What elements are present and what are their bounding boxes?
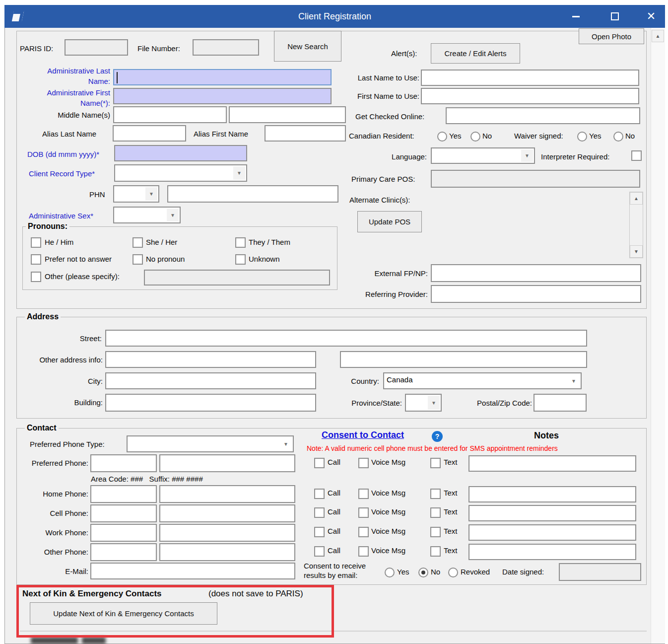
home-phone-number-input[interactable] [159, 485, 295, 503]
waiver-signed-yes-radio[interactable] [577, 132, 587, 142]
pronoun-unknown-checkbox[interactable] [235, 254, 246, 265]
pronoun-no-pronoun-checkbox[interactable] [133, 254, 143, 265]
language-dropdown[interactable]: ▼ [431, 147, 535, 164]
referring-provider-input[interactable] [431, 285, 641, 303]
primary-care-pos-input[interactable] [431, 170, 640, 188]
phn-input[interactable] [167, 185, 338, 203]
street-input[interactable] [105, 330, 587, 347]
middle-name-2-input[interactable] [229, 106, 346, 123]
consent-text-work-checkbox[interactable] [430, 527, 441, 537]
consent-email-revoked-label: Revoked [461, 567, 490, 577]
dob-input[interactable] [114, 145, 247, 161]
home-phone-area-input[interactable] [90, 485, 157, 503]
pronoun-other-input[interactable] [144, 270, 330, 286]
email-input[interactable] [90, 563, 295, 579]
help-icon[interactable]: ? [432, 431, 443, 442]
consent-call-work-checkbox[interactable] [314, 527, 325, 537]
pronoun-prefer-not-checkbox[interactable] [31, 254, 41, 265]
preferred-phone-area-input[interactable] [90, 454, 157, 472]
notes-preferred-input[interactable] [468, 455, 636, 472]
consent-email-label: Consent to receive results by email: [304, 561, 383, 580]
dropdown-arrow-icon: ▼ [145, 187, 157, 201]
dropdown-arrow-icon: ▼ [167, 209, 179, 221]
alias-first-name-input[interactable] [265, 125, 346, 142]
consent-voicemsg-work-checkbox[interactable] [358, 527, 369, 537]
referring-provider-label: Referring Provider: [349, 289, 428, 299]
maximize-button[interactable] [603, 5, 626, 28]
preferred-phone-number-input[interactable] [159, 454, 295, 472]
file-number-input[interactable] [193, 39, 259, 56]
notes-home-input[interactable] [468, 486, 636, 502]
canadian-resident-no-radio[interactable] [470, 132, 480, 142]
consent-text-home-checkbox[interactable] [430, 489, 441, 499]
dropdown-arrow-icon: ▼ [521, 149, 533, 162]
preferred-phone-type-dropdown[interactable]: ▼ [127, 435, 294, 452]
consent-call-other-checkbox[interactable] [314, 546, 325, 557]
admin-first-name-input[interactable] [113, 88, 332, 104]
province-state-dropdown[interactable]: ▼ [405, 394, 442, 412]
postal-zip-input[interactable] [534, 394, 587, 412]
close-button[interactable]: ✕ [640, 5, 663, 28]
update-pos-button[interactable]: Update POS [357, 211, 422, 232]
other-phone-area-input[interactable] [90, 543, 157, 561]
waiver-signed-no-label: No [625, 131, 635, 141]
external-fp-np-input[interactable] [431, 264, 641, 282]
city-input[interactable] [105, 372, 316, 389]
cell-phone-area-input[interactable] [90, 504, 157, 522]
other-address-info-2-input[interactable] [340, 351, 587, 368]
phn-type-dropdown[interactable]: ▼ [113, 185, 159, 203]
minimize-button[interactable] [564, 5, 587, 28]
open-photo-button[interactable]: Open Photo [579, 28, 644, 44]
admin-sex-dropdown[interactable]: ▼ [113, 207, 181, 223]
first-name-to-use-input[interactable] [421, 88, 639, 104]
consent-text-cell-checkbox[interactable] [430, 507, 441, 518]
close-icon: ✕ [647, 10, 656, 23]
consent-email-yes-radio[interactable] [385, 568, 395, 577]
consent-to-contact-link[interactable]: Consent to Contact [322, 430, 404, 440]
consent-voicemsg-cell-checkbox[interactable] [358, 507, 369, 518]
scroll-up-button[interactable]: ▲ [652, 30, 664, 42]
consent-call-cell-checkbox[interactable] [314, 507, 325, 518]
other-address-info-input[interactable] [105, 351, 316, 368]
date-signed-input[interactable] [559, 563, 641, 581]
alternate-clinics-scroll-up-button[interactable]: ▲ [630, 192, 643, 205]
work-phone-area-input[interactable] [90, 524, 157, 542]
notes-work-input[interactable] [468, 524, 636, 541]
update-next-of-kin-button[interactable]: Update Next of Kin & Emergency Contacts [30, 602, 217, 625]
canadian-resident-yes-radio[interactable] [437, 132, 447, 142]
work-phone-number-input[interactable] [159, 524, 295, 542]
create-edit-alerts-button[interactable]: Create / Edit Alerts [431, 43, 520, 64]
pronoun-they-them-checkbox[interactable] [235, 237, 246, 248]
new-search-button[interactable]: New Search [274, 31, 341, 62]
country-dropdown[interactable]: Canada ▼ [383, 372, 582, 389]
building-input[interactable] [105, 394, 316, 412]
pronoun-other-checkbox[interactable] [31, 272, 41, 282]
get-checked-online-input[interactable] [446, 107, 640, 124]
consent-voicemsg-other-checkbox[interactable] [358, 546, 369, 557]
consent-text-preferred-label: Text [444, 457, 458, 467]
pronoun-he-him-checkbox[interactable] [31, 237, 41, 248]
consent-voicemsg-preferred-checkbox[interactable] [358, 458, 369, 468]
interpreter-required-checkbox[interactable] [631, 150, 642, 161]
alias-last-name-input[interactable] [113, 125, 186, 142]
consent-call-preferred-checkbox[interactable] [314, 458, 325, 468]
window-scrollbar[interactable] [651, 28, 665, 644]
other-phone-number-input[interactable] [159, 543, 295, 561]
consent-call-home-checkbox[interactable] [314, 489, 325, 499]
paris-id-input[interactable] [65, 39, 128, 56]
last-name-to-use-input[interactable] [421, 70, 639, 86]
consent-text-preferred-checkbox[interactable] [430, 458, 441, 468]
notes-other-input[interactable] [468, 544, 636, 560]
middle-name-1-input[interactable] [113, 106, 227, 123]
consent-email-no-radio[interactable] [418, 568, 428, 577]
consent-email-revoked-radio[interactable] [448, 568, 458, 577]
client-record-type-dropdown[interactable]: ▼ [114, 164, 247, 182]
alternate-clinics-scroll-down-button[interactable]: ▼ [630, 245, 643, 258]
cell-phone-number-input[interactable] [159, 504, 295, 522]
waiver-signed-no-radio[interactable] [613, 132, 623, 142]
consent-voicemsg-home-checkbox[interactable] [358, 489, 369, 499]
notes-cell-input[interactable] [468, 505, 636, 521]
pronoun-she-her-checkbox[interactable] [133, 237, 143, 248]
admin-last-name-input[interactable] [113, 69, 332, 85]
consent-text-other-checkbox[interactable] [430, 546, 441, 557]
